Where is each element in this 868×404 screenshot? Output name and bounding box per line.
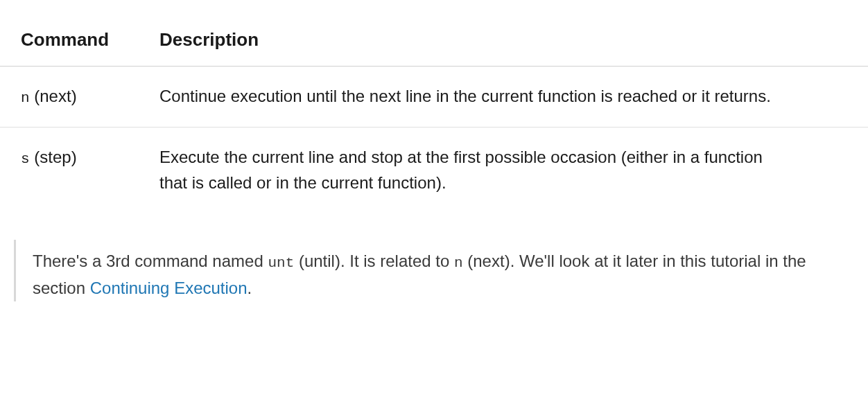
note-block: There's a 3rd command named unt (until).… bbox=[14, 240, 854, 301]
commands-table: Command Description n (next) Continue ex… bbox=[0, 14, 868, 212]
command-label: (step) bbox=[30, 148, 77, 166]
command-code: n bbox=[21, 90, 30, 106]
table-row: s (step) Execute the current line and st… bbox=[0, 127, 868, 212]
cell-command: n (next) bbox=[0, 67, 139, 128]
table-row: n (next) Continue execution until the ne… bbox=[0, 67, 868, 128]
continuing-execution-link[interactable]: Continuing Execution bbox=[90, 279, 248, 297]
header-command: Command bbox=[0, 14, 139, 67]
command-code: s bbox=[21, 151, 30, 167]
table-header-row: Command Description bbox=[0, 14, 868, 67]
inline-code: n bbox=[454, 255, 463, 271]
cell-description: Continue execution until the next line i… bbox=[139, 67, 868, 128]
cell-command: s (step) bbox=[0, 127, 139, 212]
document-content: Command Description n (next) Continue ex… bbox=[0, 14, 868, 301]
note-paragraph: There's a 3rd command named unt (until).… bbox=[33, 248, 837, 301]
inline-code: unt bbox=[268, 255, 294, 271]
command-label: (next) bbox=[30, 87, 77, 105]
cell-description: Execute the current line and stop at the… bbox=[139, 127, 868, 212]
header-description: Description bbox=[139, 14, 868, 67]
